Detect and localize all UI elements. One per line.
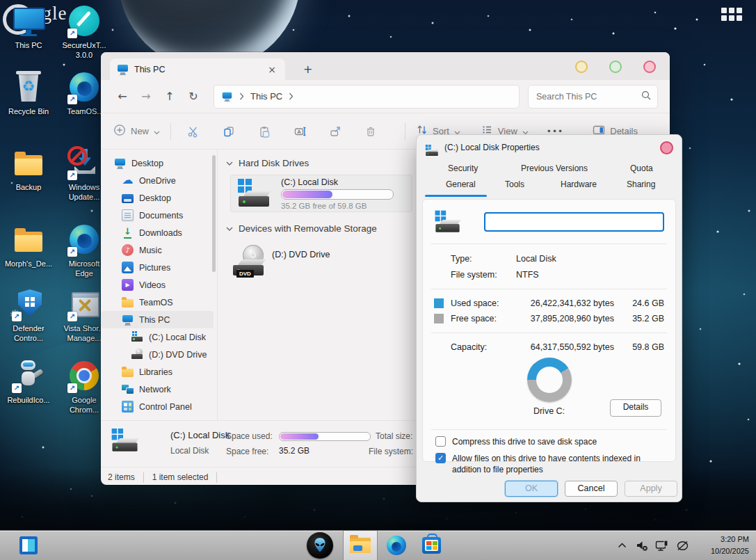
sidebar-item-videos[interactable]: ▶Videos	[101, 276, 214, 294]
sidebar-item-local-disk-c[interactable]: (C:) Local Disk	[101, 328, 214, 346]
shortcut-arrow-icon: ↗	[67, 312, 77, 321]
tab-tools[interactable]: Tools	[505, 179, 524, 189]
robot-icon: ↗	[11, 359, 46, 394]
sidebar-item-label: Desktop	[131, 159, 163, 168]
tab-sharing[interactable]: Sharing	[627, 179, 655, 189]
item-count: 2 items	[108, 472, 135, 482]
this-pc-icon	[11, 4, 46, 39]
compress-drive-checkbox-row[interactable]: Compress this drive to save disk space	[435, 436, 664, 447]
space-used-label: Space used:	[226, 431, 273, 441]
index-contents-checkbox-row[interactable]: ✓ Allow files on this drive to have cont…	[435, 453, 664, 475]
toolbar-divider	[170, 123, 171, 140]
drive-c-item[interactable]: (C:) Local Disk 35.2 GB free of 59.8 GB	[230, 175, 412, 212]
details-button[interactable]: Details	[610, 399, 661, 417]
monitor-icon	[114, 157, 126, 169]
sidebar-item-dvd-drive-d[interactable]: (D:) DVD Drive	[101, 346, 214, 363]
forward-icon[interactable]: →	[134, 90, 158, 103]
type-value: Local Disk	[516, 254, 556, 264]
up-icon[interactable]: ↑	[158, 90, 182, 103]
tab-this-pc[interactable]: This PC ×	[110, 58, 285, 80]
back-icon[interactable]: ←	[111, 90, 134, 103]
widgets-icon[interactable]	[19, 536, 38, 554]
cut-icon[interactable]	[182, 125, 205, 138]
divider	[431, 243, 667, 244]
network-display-icon[interactable]	[655, 538, 669, 552]
tab-previous-versions[interactable]: Previous Versions	[521, 163, 588, 173]
chevron-down-icon	[226, 158, 233, 168]
tab-quota[interactable]: Quota	[630, 163, 653, 173]
rename-icon[interactable]: A	[288, 125, 312, 138]
desktop-icon-backup[interactable]: Backup	[1, 146, 56, 192]
index-checkbox-label: Allow files on this drive to have conten…	[452, 453, 664, 475]
taskbar-microsoft-store-icon[interactable]	[422, 537, 441, 554]
search-box[interactable]	[528, 85, 658, 109]
tab-hardware[interactable]: Hardware	[561, 179, 597, 189]
apply-button[interactable]: Apply	[625, 481, 677, 497]
close-button[interactable]	[643, 61, 656, 73]
taskbar-edge-icon[interactable]	[387, 536, 406, 555]
volume-muted-icon[interactable]	[635, 538, 649, 552]
space-free-label: Space free:	[226, 447, 268, 456]
refresh-icon[interactable]: ↻	[182, 90, 205, 103]
paste-icon[interactable]	[252, 125, 276, 138]
minimize-button[interactable]	[575, 61, 588, 73]
sidebar-item-this-pc[interactable]: This PC	[101, 311, 214, 328]
desktop-icon-morphs-folder[interactable]: Morph's_De...	[1, 223, 56, 269]
sidebar-item-libraries[interactable]: Libraries	[101, 363, 214, 381]
index-checkbox[interactable]: ✓	[435, 453, 446, 463]
taskbar-clock[interactable]: 3:20 PM 10/20/2025	[711, 534, 749, 557]
volume-label-input[interactable]	[484, 212, 664, 232]
sidebar-item-desktop[interactable]: Desktop	[101, 189, 214, 207]
new-button[interactable]: New	[113, 124, 160, 139]
tab-close-icon[interactable]: ×	[266, 64, 278, 75]
desktop-icon-recycle-bin[interactable]: ♻ Recycle Bin	[1, 70, 56, 116]
notifications-off-icon[interactable]	[675, 538, 689, 552]
local-disk-icon	[236, 179, 271, 208]
capacity-label: Capacity:	[451, 342, 516, 352]
delete-icon[interactable]	[359, 125, 383, 138]
share-icon[interactable]	[323, 125, 347, 138]
compress-checkbox[interactable]	[435, 436, 446, 447]
close-icon[interactable]	[660, 141, 673, 154]
recycle-bin-icon: ♻	[11, 70, 46, 105]
desktop-icon-secureux[interactable]: ↗ SecureUxT... 3.0.0	[57, 4, 111, 61]
sidebar-item-teamos[interactable]: TeamOS	[101, 294, 214, 311]
desktop-icon-this-pc[interactable]: This PC	[1, 4, 56, 50]
breadcrumb-location[interactable]: This PC	[250, 91, 282, 102]
sidebar-item-onedrive[interactable]: ☁OneDrive	[101, 172, 214, 189]
total-size-label: Total size:	[376, 431, 412, 441]
desktop-folder-icon	[122, 194, 134, 203]
new-tab-button[interactable]: +	[299, 63, 316, 76]
cancel-button[interactable]: Cancel	[565, 481, 618, 497]
sidebar-item-desktop-root[interactable]: Desktop	[101, 154, 214, 172]
tab-security[interactable]: Security	[448, 163, 478, 173]
apps-grid-icon[interactable]	[721, 8, 742, 21]
sidebar-item-documents[interactable]: Documents	[101, 207, 214, 224]
sidebar-item-network[interactable]: Network	[101, 381, 214, 398]
sidebar-item-pictures[interactable]: Pictures	[101, 259, 214, 276]
desktop-icon-defender-control[interactable]: ⚙↗ Defender Contro...	[1, 287, 56, 344]
compress-checkbox-label: Compress this drive to save disk space	[452, 436, 597, 447]
teamos-icon: ↗	[67, 70, 102, 105]
address-bar[interactable]: This PC	[214, 85, 520, 109]
taskbar-file-explorer-button[interactable]	[343, 531, 378, 560]
hidden-icons-chevron-icon[interactable]	[615, 538, 629, 552]
sidebar-item-music[interactable]: ♪Music	[101, 241, 214, 259]
control-panel-icon	[122, 401, 134, 413]
sidebar-item-downloads[interactable]: ↓Downloads	[101, 224, 214, 241]
dialog-button-row: OK Cancel Apply	[417, 481, 682, 497]
maximize-button[interactable]	[609, 61, 622, 73]
dvd-drive-icon: DVD	[232, 244, 266, 278]
start-button-alienware-icon[interactable]	[307, 532, 333, 559]
desktop-icon-rebuildicons[interactable]: ↗ RebuildIco...	[1, 359, 56, 405]
taskbar: 3:20 PM 10/20/2025	[0, 530, 756, 560]
tab-general[interactable]: General	[446, 179, 476, 189]
ok-button[interactable]: OK	[505, 481, 558, 497]
chevron-down-icon	[154, 125, 160, 138]
search-input[interactable]	[535, 91, 641, 102]
navigation-bar: ← → ↑ ↻ This PC	[101, 80, 670, 113]
sidebar-scrollbar[interactable]	[212, 155, 216, 272]
copy-icon[interactable]	[217, 125, 241, 138]
divider	[431, 429, 667, 430]
sidebar-item-control-panel[interactable]: Control Panel	[101, 398, 214, 415]
